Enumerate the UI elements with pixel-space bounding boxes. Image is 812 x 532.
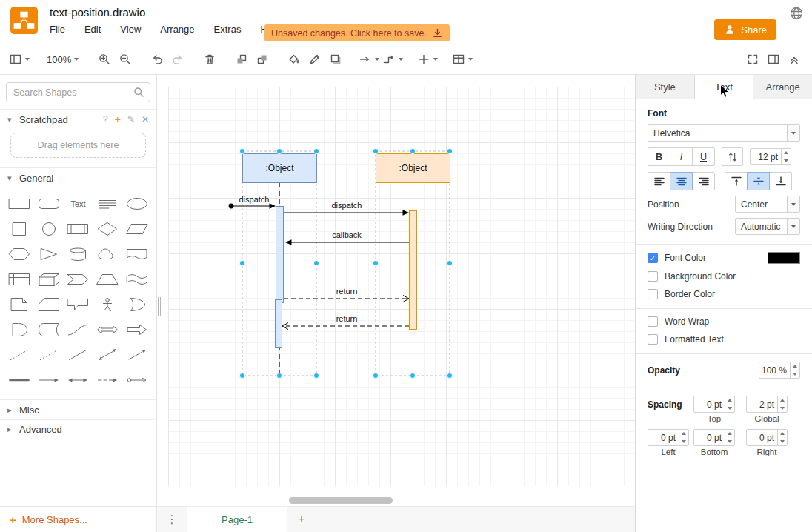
valign-middle-button[interactable] <box>747 172 770 190</box>
valign-bottom-button[interactable] <box>769 172 792 190</box>
shape-textbox[interactable] <box>93 191 122 216</box>
line-color-button[interactable] <box>304 48 325 70</box>
menu-view[interactable]: View <box>120 24 141 35</box>
shape-process[interactable] <box>64 216 93 241</box>
shape-or[interactable] <box>122 292 152 316</box>
shape-circle[interactable] <box>34 216 64 241</box>
font-color-swatch[interactable] <box>768 252 800 264</box>
shape-bidirectional-edge[interactable] <box>64 368 93 392</box>
shape-dashed-line[interactable] <box>4 342 34 367</box>
formatted-text-checkbox[interactable] <box>648 334 658 345</box>
stepper[interactable] <box>679 430 688 445</box>
shape-and[interactable] <box>4 317 34 342</box>
insert-button[interactable] <box>416 48 439 70</box>
add-page-button[interactable]: + <box>287 507 316 532</box>
spacing-bottom-input[interactable]: 0 pt <box>693 429 735 446</box>
align-center-button[interactable] <box>670 172 693 190</box>
bold-button[interactable]: B <box>648 147 670 166</box>
delete-button[interactable] <box>199 48 220 70</box>
page-tab[interactable]: Page-1 <box>187 507 287 532</box>
shape-cloud[interactable] <box>93 242 122 266</box>
waypoint-style-button[interactable] <box>381 48 405 70</box>
spacing-left-input[interactable]: 0 pt <box>648 429 689 446</box>
spacing-right-input[interactable]: 0 pt <box>746 429 788 446</box>
font-family-select[interactable]: Helvetica <box>648 124 800 142</box>
tab-style[interactable]: Style <box>636 75 695 99</box>
message-label[interactable]: return <box>336 314 358 323</box>
globe-icon[interactable] <box>789 6 804 24</box>
shape-tape[interactable] <box>122 267 152 291</box>
activation-bar-left-2[interactable] <box>276 300 282 348</box>
to-back-button[interactable] <box>252 48 273 70</box>
shadow-button[interactable] <box>325 48 346 70</box>
menu-extras[interactable]: Extras <box>214 24 242 35</box>
shape-rounded-rectangle[interactable] <box>34 191 64 216</box>
shape-cube[interactable] <box>34 267 64 291</box>
position-select[interactable]: Center <box>735 196 800 213</box>
fullscreen-button[interactable] <box>742 48 763 70</box>
shape-link[interactable] <box>4 368 34 392</box>
stepper[interactable] <box>777 430 787 445</box>
lifeline-right[interactable]: :Object <box>376 154 450 183</box>
menu-arrange[interactable]: Arrange <box>160 24 194 35</box>
font-color-checkbox[interactable]: ✓ <box>648 253 658 263</box>
stepper[interactable] <box>725 430 734 445</box>
valign-top-button[interactable] <box>725 172 748 190</box>
zoom-in-button[interactable] <box>94 48 115 70</box>
more-shapes-button[interactable]: + More Shapes... <box>0 506 156 532</box>
help-icon[interactable]: ? <box>103 114 108 124</box>
shape-bidirectional-arrow[interactable] <box>93 317 122 342</box>
shape-directional-edge[interactable] <box>34 368 64 392</box>
lifeline-left[interactable]: :Object <box>243 154 317 183</box>
activation-bar-right[interactable] <box>410 211 417 330</box>
message-callback[interactable]: callback <box>285 230 409 245</box>
canvas[interactable]: :Object :Object dispatch <box>157 75 635 532</box>
opacity-input[interactable]: 100 % <box>759 362 800 379</box>
shape-bidirectional-connector[interactable] <box>93 342 122 367</box>
message-dispatch[interactable]: dispatch <box>284 201 409 216</box>
share-button[interactable]: Share <box>714 19 776 40</box>
shape-diamond[interactable] <box>93 216 122 241</box>
add-icon[interactable]: + <box>115 113 121 125</box>
message-label[interactable]: callback <box>332 230 362 239</box>
shape-circle-edge[interactable] <box>122 368 152 392</box>
fill-color-button[interactable] <box>284 48 304 70</box>
section-general[interactable]: ▾ General <box>0 167 156 187</box>
format-panel-toggle-button[interactable] <box>763 48 784 70</box>
message-return-1[interactable]: return <box>284 287 409 302</box>
vertical-text-button[interactable] <box>722 147 743 166</box>
word-wrap-checkbox[interactable] <box>648 316 658 327</box>
section-advanced[interactable]: ▸ Advanced <box>0 419 156 439</box>
zoom-out-button[interactable] <box>115 48 136 70</box>
align-left-button[interactable] <box>648 172 670 190</box>
scratchpad-header[interactable]: ▾ Scratchpad ? + ✎ ✕ <box>0 109 156 129</box>
shape-hexagon[interactable] <box>4 242 34 266</box>
shape-data-storage[interactable] <box>34 317 64 342</box>
shape-actor[interactable] <box>93 292 122 316</box>
to-front-button[interactable] <box>231 48 252 70</box>
pages-menu-button[interactable]: ⋮ <box>157 507 187 532</box>
stepper[interactable] <box>790 362 799 378</box>
undo-button[interactable] <box>147 48 167 70</box>
message-return-2[interactable]: return <box>282 314 409 330</box>
table-button[interactable] <box>450 48 474 70</box>
collapse-toolbar-button[interactable] <box>784 48 805 70</box>
shape-rectangle[interactable] <box>4 191 34 216</box>
shape-cylinder[interactable] <box>64 242 93 266</box>
unsaved-changes-banner[interactable]: Unsaved changes. Click here to save. <box>264 24 450 41</box>
message-label[interactable]: dispatch <box>332 201 362 210</box>
shape-note[interactable] <box>4 292 34 316</box>
message-label[interactable]: return <box>336 287 358 296</box>
activation-bar-left-1[interactable] <box>276 207 284 303</box>
align-right-button[interactable] <box>692 172 715 190</box>
spacing-global-input[interactable]: 2 pt <box>746 396 788 413</box>
stepper[interactable] <box>777 396 787 412</box>
shape-trapezoid[interactable] <box>93 267 122 291</box>
view-panels-button[interactable] <box>7 48 31 70</box>
shape-parallelogram[interactable] <box>122 216 152 241</box>
shape-card[interactable] <box>34 292 64 316</box>
section-misc[interactable]: ▸ Misc <box>0 399 156 419</box>
horizontal-scrollbar[interactable] <box>289 497 393 504</box>
shape-internal-storage[interactable] <box>4 267 34 291</box>
shape-curve[interactable] <box>64 317 93 342</box>
